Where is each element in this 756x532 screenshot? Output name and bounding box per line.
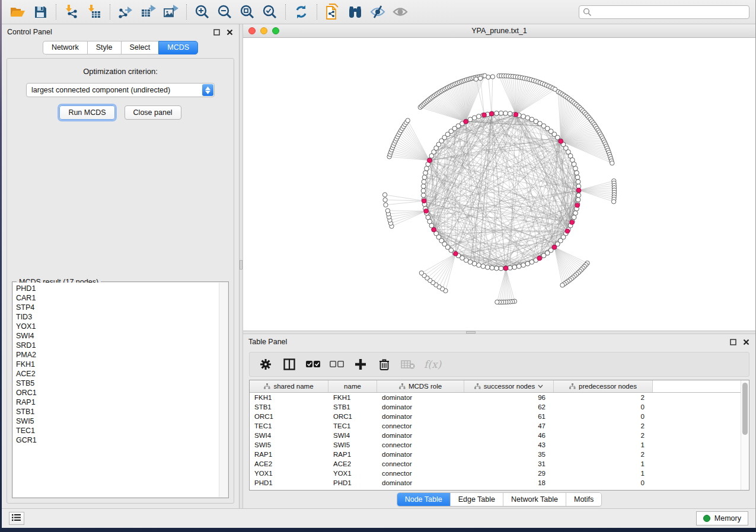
- mcds-result-item[interactable]: PMA2: [16, 350, 219, 360]
- eye-disabled-button[interactable]: [390, 2, 410, 21]
- table-cell[interactable]: 47: [464, 422, 554, 430]
- table-cell[interactable]: ACE2: [250, 460, 328, 467]
- table-cell[interactable]: 0: [554, 479, 653, 486]
- table-row[interactable]: RAP1RAP1dominator352: [250, 450, 741, 459]
- function-builder-icon[interactable]: f(x): [424, 358, 441, 370]
- delete-column-button[interactable]: [377, 355, 392, 374]
- column-header-mcds-role[interactable]: MCDS role: [377, 380, 464, 392]
- table-cell[interactable]: 31: [464, 460, 554, 467]
- tab-mcds[interactable]: MCDS: [158, 41, 198, 55]
- table-cell[interactable]: connector: [377, 470, 464, 477]
- table-cell[interactable]: 61: [464, 413, 554, 420]
- memory-button[interactable]: Memory: [696, 511, 748, 525]
- table-cell[interactable]: TEC1: [250, 422, 328, 430]
- mcds-result-item[interactable]: ACE2: [16, 369, 219, 379]
- close-panel-button[interactable]: Close panel: [125, 105, 181, 120]
- column-header-shared-name[interactable]: shared name: [250, 380, 328, 392]
- table-cell[interactable]: dominator: [377, 413, 464, 420]
- mcds-result-item[interactable]: STB1: [16, 407, 219, 416]
- table-cell[interactable]: STB1: [250, 403, 328, 411]
- refresh-button[interactable]: [291, 2, 311, 21]
- tab-motifs[interactable]: Motifs: [566, 493, 601, 506]
- table-cell[interactable]: FKH1: [250, 394, 328, 401]
- tab-node-table[interactable]: Node Table: [397, 493, 451, 506]
- table-cell[interactable]: 35: [464, 451, 554, 458]
- table-cell[interactable]: connector: [377, 422, 464, 430]
- column-header-successor-nodes[interactable]: successor nodes: [464, 380, 554, 392]
- search-network-button[interactable]: [345, 2, 365, 21]
- table-cell[interactable]: SWI4: [328, 432, 377, 439]
- tab-edge-table[interactable]: Edge Table: [451, 493, 503, 506]
- table-cell[interactable]: 0: [554, 413, 653, 420]
- table-cell[interactable]: PHD1: [328, 479, 377, 486]
- mcds-result-item[interactable]: GCR1: [16, 435, 219, 445]
- export-network-button[interactable]: [116, 2, 136, 21]
- criterion-select[interactable]: largest connected component (undirected): [26, 83, 215, 97]
- save-session-button[interactable]: [30, 2, 50, 21]
- table-cell[interactable]: 43: [464, 441, 554, 448]
- table-cell[interactable]: dominator: [377, 394, 464, 401]
- zoom-out-button[interactable]: [215, 2, 235, 21]
- table-cell[interactable]: PHD1: [250, 479, 328, 486]
- table-cell[interactable]: 62: [464, 403, 554, 411]
- mcds-result-item[interactable]: STB5: [16, 379, 219, 388]
- zoom-in-button[interactable]: [192, 2, 212, 21]
- zoom-fit-button[interactable]: [237, 2, 257, 21]
- float-panel-icon[interactable]: [729, 338, 737, 346]
- mcds-result-item[interactable]: TEC1: [16, 426, 219, 435]
- table-cell[interactable]: YOX1: [328, 470, 377, 477]
- search-input[interactable]: [579, 5, 749, 19]
- mcds-result-item[interactable]: YOX1: [16, 322, 219, 331]
- table-cell[interactable]: SWI4: [250, 432, 328, 439]
- column-header-predecessor-nodes[interactable]: predecessor nodes: [554, 380, 653, 392]
- export-image-button[interactable]: [161, 2, 181, 21]
- table-cell[interactable]: dominator: [377, 432, 464, 439]
- close-panel-icon[interactable]: [742, 338, 750, 346]
- column-header-name[interactable]: name: [328, 380, 377, 392]
- table-cell[interactable]: ORC1: [250, 413, 328, 420]
- zoom-selected-button[interactable]: [260, 2, 280, 21]
- table-cell[interactable]: connector: [377, 460, 464, 467]
- table-cell[interactable]: TEC1: [328, 422, 377, 430]
- open-file-button[interactable]: [8, 2, 28, 21]
- table-cell[interactable]: 2: [554, 432, 653, 439]
- table-scrollbar-thumb[interactable]: [742, 383, 748, 435]
- table-cell[interactable]: 96: [464, 394, 554, 401]
- table-row[interactable]: TEC1TEC1connector472: [250, 421, 741, 431]
- table-cell[interactable]: 29: [464, 470, 554, 477]
- close-panel-icon[interactable]: [225, 28, 234, 36]
- table-cell[interactable]: 46: [464, 432, 554, 439]
- table-cell[interactable]: RAP1: [328, 451, 377, 458]
- table-row[interactable]: STB1STB1dominator620: [250, 402, 741, 412]
- table-cell[interactable]: ACE2: [328, 460, 377, 467]
- table-row[interactable]: ORC1ORC1dominator610: [250, 412, 741, 421]
- table-cell[interactable]: YOX1: [250, 470, 328, 477]
- splitter-handle[interactable]: [240, 260, 243, 270]
- tab-network-table[interactable]: Network Table: [503, 493, 566, 506]
- table-cell[interactable]: connector: [377, 441, 464, 448]
- table-cell[interactable]: dominator: [377, 479, 464, 486]
- tab-network[interactable]: Network: [43, 41, 87, 55]
- import-network-button[interactable]: [62, 2, 82, 21]
- table-cell[interactable]: 1: [554, 460, 653, 467]
- table-cell[interactable]: 1: [554, 441, 653, 448]
- task-history-button[interactable]: [9, 512, 24, 525]
- table-row[interactable]: YOX1YOX1connector291: [250, 469, 741, 478]
- table-row[interactable]: ACE2ACE2connector311: [250, 459, 741, 469]
- mcds-result-item[interactable]: RAP1: [16, 398, 219, 407]
- deselect-all-button[interactable]: [329, 355, 344, 374]
- mcds-result-item[interactable]: SWI4: [16, 331, 219, 341]
- mcds-result-item[interactable]: TID3: [16, 312, 219, 322]
- add-column-button[interactable]: [353, 355, 368, 374]
- table-cell[interactable]: dominator: [377, 403, 464, 411]
- table-cell[interactable]: dominator: [377, 451, 464, 458]
- show-columns-button[interactable]: [282, 355, 297, 374]
- mcds-result-item[interactable]: CAR1: [16, 293, 219, 303]
- mcds-result-item[interactable]: PHD1: [16, 284, 219, 293]
- delete-table-button[interactable]: [400, 355, 416, 374]
- mcds-result-item[interactable]: STP4: [16, 303, 219, 312]
- table-cell[interactable]: 1: [554, 470, 653, 477]
- table-settings-button[interactable]: [258, 355, 273, 374]
- table-row[interactable]: SWI5SWI5connector431: [250, 440, 741, 450]
- table-row[interactable]: PHD1PHD1dominator180: [250, 478, 741, 488]
